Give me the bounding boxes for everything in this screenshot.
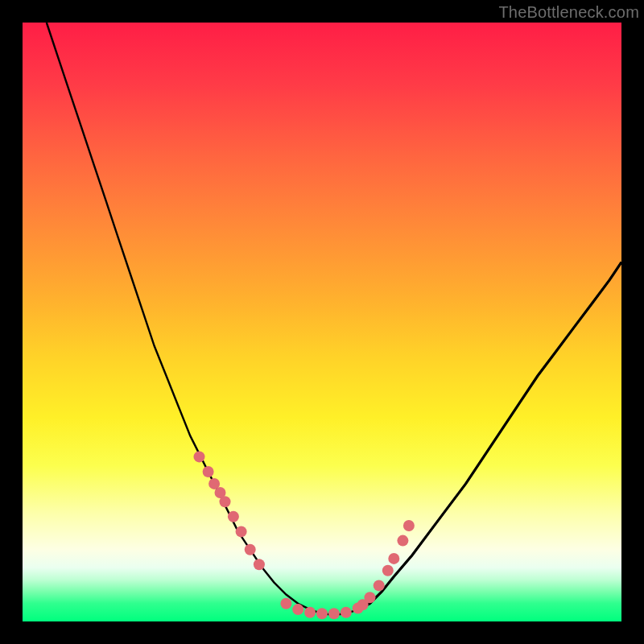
watermark-text: TheBottleneck.com	[498, 3, 639, 22]
marker-dot	[220, 496, 231, 507]
marker-dot	[194, 451, 205, 462]
highlight-dots	[194, 451, 415, 619]
marker-dot	[228, 511, 239, 522]
marker-dot	[382, 565, 394, 576]
marker-dot	[292, 604, 303, 615]
bottleneck-curve	[47, 23, 621, 615]
marker-dot	[388, 553, 399, 564]
outer-frame: TheBottleneck.com	[0, 0, 644, 644]
marker-dot	[341, 607, 352, 618]
marker-dot	[365, 592, 376, 603]
marker-dot	[328, 608, 340, 619]
chart-svg	[23, 23, 621, 621]
marker-dot	[316, 608, 328, 619]
marker-dot	[236, 526, 247, 537]
marker-dot	[203, 466, 214, 477]
plot-area	[23, 23, 621, 621]
marker-dot	[245, 544, 256, 555]
marker-dot	[304, 607, 316, 618]
marker-dot	[397, 535, 408, 547]
marker-dot	[403, 520, 415, 531]
marker-dot	[374, 580, 385, 591]
marker-dot	[280, 598, 291, 609]
marker-dot	[254, 559, 265, 570]
